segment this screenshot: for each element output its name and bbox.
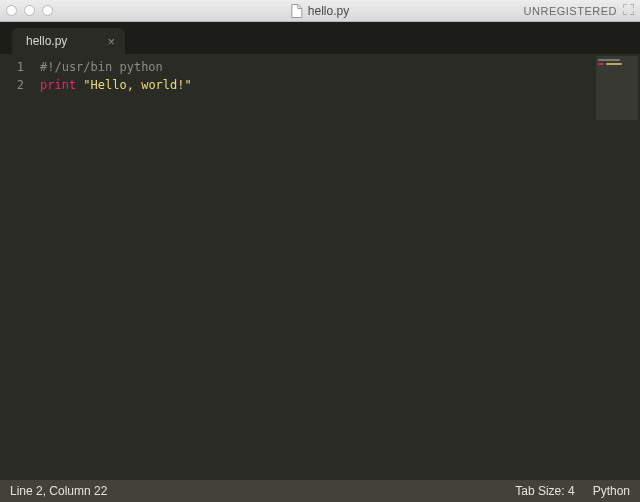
token-comment: #!/usr/bin python <box>40 60 163 74</box>
minimap-line <box>598 59 620 61</box>
close-icon[interactable]: × <box>107 35 115 48</box>
zoom-window-button[interactable] <box>42 5 53 16</box>
code-content[interactable]: #!/usr/bin pythonprint "Hello, world!" <box>34 54 640 480</box>
token-string: "Hello, world!" <box>83 78 191 92</box>
title-right: UNREGISTERED <box>524 4 634 17</box>
minimize-window-button[interactable] <box>24 5 35 16</box>
minimap-line <box>598 63 604 65</box>
status-language[interactable]: Python <box>593 484 630 498</box>
close-window-button[interactable] <box>6 5 17 16</box>
tab-hello-py[interactable]: hello.py × <box>12 28 125 54</box>
traffic-lights <box>6 5 53 16</box>
window-titlebar: hello.py UNREGISTERED <box>0 0 640 22</box>
window-title-text: hello.py <box>308 4 349 18</box>
line-number: 2 <box>0 76 34 94</box>
code-line: print "Hello, world!" <box>40 76 640 94</box>
token-keyword: print <box>40 78 76 92</box>
line-number: 1 <box>0 58 34 76</box>
status-tab-size[interactable]: Tab Size: 4 <box>515 484 574 498</box>
tab-label: hello.py <box>26 34 67 48</box>
editor-area[interactable]: 1 2 #!/usr/bin pythonprint "Hello, world… <box>0 54 640 480</box>
status-cursor-position[interactable]: Line 2, Column 22 <box>10 484 497 498</box>
code-line: #!/usr/bin python <box>40 58 640 76</box>
registration-status: UNREGISTERED <box>524 5 617 17</box>
minimap-line <box>606 63 622 65</box>
line-gutter: 1 2 <box>0 54 34 480</box>
window-title: hello.py <box>291 4 349 18</box>
file-icon <box>291 4 303 18</box>
tab-bar: hello.py × <box>0 22 640 54</box>
status-bar: Line 2, Column 22 Tab Size: 4 Python <box>0 480 640 502</box>
expand-icon[interactable] <box>623 4 634 17</box>
minimap[interactable] <box>596 56 638 120</box>
